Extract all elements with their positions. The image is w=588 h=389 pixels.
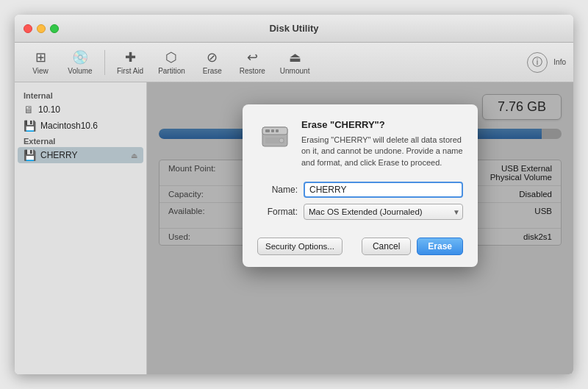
security-options-button[interactable]: Security Options... — [257, 238, 343, 255]
dialog-description: Erasing "CHERRY" will delete all data st… — [301, 135, 463, 168]
dialog-title: Erase "CHERRY"? — [301, 119, 463, 130]
sidebar-item-1010[interactable]: 🖥 10.10 — [15, 101, 146, 118]
internal-section-label: Internal — [15, 88, 146, 101]
modal-overlay: Erase "CHERRY"? Erasing "CHERRY" will de… — [147, 82, 573, 374]
sidebar-item-label: 10.10 — [38, 104, 60, 115]
minimize-button[interactable] — [37, 24, 46, 33]
external-section-label: External — [15, 134, 146, 147]
traffic-lights — [24, 24, 59, 33]
name-label: Name: — [257, 185, 298, 195]
first-aid-label: First Aid — [117, 67, 143, 75]
svg-rect-3 — [271, 129, 274, 132]
partition-button[interactable]: ⬡ Partition — [152, 46, 191, 78]
sidebar: Internal 🖥 10.10 💾 Macintosh10.6 Externa… — [15, 82, 147, 374]
unmount-icon: ⏏ — [289, 49, 301, 65]
main-area: Internal 🖥 10.10 💾 Macintosh10.6 Externa… — [15, 82, 573, 374]
sidebar-item-label: Macintosh10.6 — [40, 121, 98, 131]
erase-button[interactable]: ⊘ Erase — [194, 46, 231, 78]
window-title: Disk Utility — [269, 23, 318, 34]
disk-icon: 💾 — [24, 120, 36, 132]
content-area: 7.76 GB Mount Point: /Volumes/CHERRY Typ… — [147, 82, 573, 374]
eject-icon: ⏏ — [131, 151, 137, 160]
restore-button[interactable]: ↩ Restore — [234, 46, 271, 78]
sidebar-item-cherry[interactable]: 💾 CHERRY ⏏ — [18, 147, 143, 163]
maximize-button[interactable] — [50, 24, 59, 33]
info-icon: ⓘ — [532, 56, 542, 69]
name-input[interactable] — [304, 182, 463, 198]
erase-confirm-button[interactable]: Erase — [417, 238, 463, 255]
unmount-label: Unmount — [280, 67, 310, 75]
first-aid-button[interactable]: ✚ First Aid — [111, 46, 149, 78]
format-field: Format: Mac OS Extended (Journaled) Mac … — [257, 204, 463, 220]
dialog-text-area: Erase "CHERRY"? Erasing "CHERRY" will de… — [301, 119, 463, 168]
restore-icon: ↩ — [247, 49, 258, 65]
dialog-header: Erase "CHERRY"? Erasing "CHERRY" will de… — [243, 104, 478, 176]
toolbar-separator-1 — [104, 50, 105, 75]
dialog-footer: Security Options... Cancel Erase — [243, 238, 478, 267]
format-label: Format: — [257, 207, 298, 217]
sidebar-item-label: CHERRY — [40, 150, 77, 160]
main-window: Disk Utility ⊞ View 💿 Volume ✚ First Aid… — [15, 15, 573, 374]
svg-point-6 — [279, 138, 284, 143]
svg-rect-2 — [265, 129, 270, 132]
disk-icon: 💾 — [24, 149, 36, 161]
partition-icon: ⬡ — [165, 49, 177, 65]
erase-dialog: Erase "CHERRY"? Erasing "CHERRY" will de… — [243, 104, 478, 267]
volume-label: Volume — [68, 67, 92, 75]
dialog-body: Name: Format: Mac OS Extended (Journaled… — [243, 176, 478, 238]
sidebar-item-macintosh[interactable]: 💾 Macintosh10.6 — [15, 118, 146, 134]
view-button[interactable]: ⊞ View — [22, 46, 59, 78]
info-label: Info — [553, 58, 566, 66]
cancel-button[interactable]: Cancel — [362, 238, 411, 255]
close-button[interactable] — [24, 24, 32, 33]
dialog-right-buttons: Cancel Erase — [362, 238, 463, 255]
view-label: View — [32, 67, 49, 75]
name-field: Name: — [257, 182, 463, 198]
erase-label: Erase — [203, 67, 222, 75]
titlebar: Disk Utility — [15, 15, 573, 43]
erase-icon: ⊘ — [207, 49, 218, 65]
dialog-disk-icon — [257, 119, 293, 154]
toolbar: ⊞ View 💿 Volume ✚ First Aid ⬡ Partition … — [15, 43, 573, 82]
info-button[interactable]: ⓘ — [527, 52, 548, 73]
partition-label: Partition — [158, 67, 185, 75]
volume-icon: 💿 — [72, 49, 88, 65]
disk-icon: 🖥 — [24, 104, 34, 115]
format-select[interactable]: Mac OS Extended (Journaled) Mac OS Exten… — [304, 204, 463, 220]
volume-button[interactable]: 💿 Volume — [62, 46, 98, 78]
svg-rect-4 — [276, 129, 279, 132]
restore-label: Restore — [240, 67, 265, 75]
view-icon: ⊞ — [35, 49, 46, 65]
format-select-wrapper: Mac OS Extended (Journaled) Mac OS Exten… — [304, 204, 463, 220]
unmount-button[interactable]: ⏏ Unmount — [274, 46, 316, 78]
first-aid-icon: ✚ — [125, 49, 136, 65]
